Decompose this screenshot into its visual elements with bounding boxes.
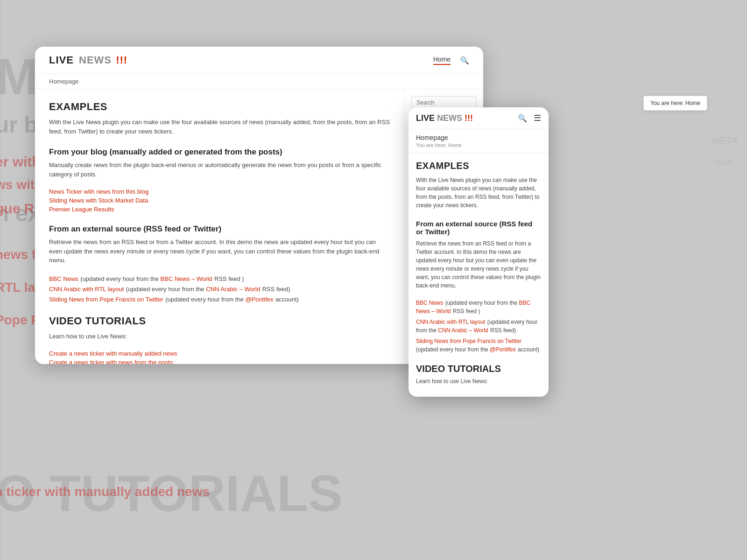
- blog-link-2[interactable]: Sliding News with Stock Market Data: [49, 197, 390, 204]
- mobile-logo-live: LIVE: [416, 113, 435, 123]
- external-section-desc: Retrieve the news from an RSS feed or fr…: [49, 238, 390, 265]
- examples-section: EXAMPLES With the Live News plugin you c…: [49, 101, 390, 136]
- external-item-2: CNN Arabic with RTL layout (updated ever…: [49, 285, 390, 293]
- mobile-ext-link-2b[interactable]: CNN Arabic – World: [438, 327, 488, 334]
- breadcrumb: Homepage: [35, 74, 483, 89]
- nav-home-link[interactable]: Home: [433, 56, 451, 65]
- mobile-menu-icon[interactable]: ☰: [534, 113, 541, 123]
- desktop-header: LIVE NEWS !!! Home 🔍: [35, 47, 483, 74]
- bg-red-3: gue R: [0, 201, 34, 217]
- desktop-main: EXAMPLES With the Live News plugin you c…: [35, 89, 404, 364]
- mobile-ext-item-2: CNN Arabic with RTL layout (updated ever…: [416, 317, 541, 334]
- mobile-breadcrumb-main: Homepage: [416, 134, 541, 141]
- mobile-header: LIVE NEWS !!! 🔍 ☰: [409, 107, 549, 129]
- mobile-video-section: VIDEO TUTORIALS Learn how to use Live Ne…: [416, 364, 541, 385]
- external-section: From an external source (RSS feed or Twi…: [49, 224, 390, 303]
- you-are-here-tooltip: You are here: Home: [643, 96, 707, 111]
- video-desc: Learn how to use Live News:: [49, 332, 390, 341]
- ext-link-1a[interactable]: BBC News: [49, 275, 78, 282]
- bg-medium-text-1: ur b: [0, 112, 38, 138]
- mobile-search-icon[interactable]: 🔍: [518, 114, 527, 123]
- blog-section-title: From your blog (manually added or genera…: [49, 147, 390, 157]
- ext-link-3a[interactable]: Sliding News from Pope Francis on Twitte…: [49, 296, 163, 303]
- mobile-logo: LIVE NEWS !!!: [416, 113, 473, 123]
- mobile-ext-link-1a[interactable]: BBC News: [416, 300, 443, 306]
- blog-section: From your blog (manually added or genera…: [49, 147, 390, 213]
- mobile-ext-link-3a[interactable]: Sliding News from Pope Francis on Twitte…: [416, 338, 521, 344]
- external-item-1: BBC News (updated every hour from the BB…: [49, 274, 390, 283]
- video-title: VIDEO TUTORIALS: [49, 315, 390, 327]
- mobile-external-title: From an external source (RSS feed or Twi…: [416, 220, 541, 236]
- bg-right-meta: META: [712, 135, 738, 146]
- video-section: VIDEO TUTORIALS Learn how to use Live Ne…: [49, 315, 390, 364]
- mobile-external-section: From an external source (RSS feed or Twi…: [416, 220, 541, 353]
- search-icon[interactable]: 🔍: [460, 56, 469, 65]
- ext-link-2a[interactable]: CNN Arabic with RTL layout: [49, 286, 124, 293]
- logo: LIVE NEWS !!!: [49, 54, 127, 66]
- logo-exclaim: !!!: [116, 54, 127, 66]
- mobile-breadcrumb-sub: You are here: Home: [416, 142, 541, 148]
- blog-link-3[interactable]: Premier League Results: [49, 206, 390, 213]
- mobile-ext-item-1: BBC News (updated every hour from the BB…: [416, 298, 541, 315]
- blog-link-1[interactable]: News Ticker with news from this blog: [49, 188, 390, 195]
- mobile-ext-link-2a[interactable]: CNN Arabic with RTL layout: [416, 319, 485, 325]
- bg-right-text3: create your news tickers...: [673, 187, 738, 193]
- mobile-body: EXAMPLES With the Live News plugin you c…: [409, 153, 549, 397]
- external-item-3: Sliding News from Pope Francis on Twitte…: [49, 295, 390, 303]
- mobile-ext-item-3: Sliding News from Pope Francis on Twitte…: [416, 336, 541, 353]
- video-link-1[interactable]: Create a news ticker with manually added…: [49, 350, 390, 357]
- bg-right-text2: enable you to...: [699, 173, 738, 179]
- logo-live: LIVE: [49, 54, 74, 66]
- ext-link-3b[interactable]: @Pontifex: [245, 296, 273, 303]
- bg-red-7: a ticker with manually added news: [0, 484, 210, 499]
- logo-news: NEWS: [79, 54, 112, 66]
- bg-right-text1: Your b...: [713, 159, 738, 166]
- mobile-logo-news: NEWS: [437, 113, 462, 123]
- mobile-examples-title: EXAMPLES: [416, 161, 541, 171]
- desktop-nav: Home 🔍: [433, 56, 469, 65]
- video-link-2[interactable]: Create a news ticker with news from the …: [49, 359, 390, 364]
- mobile-window: LIVE NEWS !!! 🔍 ☰ Homepage You are here:…: [409, 107, 549, 397]
- mobile-video-title: VIDEO TUTORIALS: [416, 364, 541, 374]
- mobile-examples-section: EXAMPLES With the Live News plugin you c…: [416, 161, 541, 210]
- mobile-video-desc: Learn how to use Live News:: [416, 378, 541, 385]
- mobile-examples-desc: With the Live News plugin you can make u…: [416, 176, 541, 210]
- blog-section-desc: Manually create news from the plugin bac…: [49, 161, 390, 179]
- mobile-logo-exclaim: !!!: [465, 113, 473, 123]
- breadcrumb-text: Homepage: [49, 78, 79, 85]
- examples-desc: With the Live News plugin you can make u…: [49, 118, 390, 136]
- mobile-breadcrumb: Homepage You are here: Home: [409, 129, 549, 153]
- mobile-nav-icons: 🔍 ☰: [518, 113, 541, 123]
- ext-link-1b[interactable]: BBC News – World: [161, 275, 212, 282]
- external-section-title: From an external source (RSS feed or Twi…: [49, 224, 390, 234]
- mobile-external-desc: Retrieve the news from an RSS feed or fr…: [416, 239, 541, 290]
- ext-link-2b[interactable]: CNN Arabic – World: [206, 286, 260, 293]
- examples-title: EXAMPLES: [49, 101, 390, 113]
- mobile-ext-link-3b[interactable]: @Pontifex: [490, 346, 516, 353]
